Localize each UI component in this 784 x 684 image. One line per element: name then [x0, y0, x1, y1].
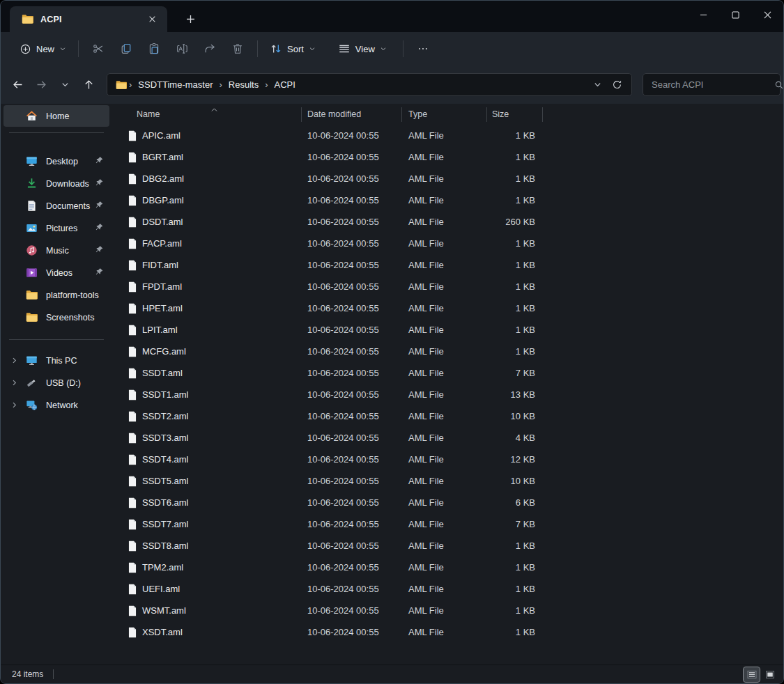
table-row[interactable]: SSDT3.aml 10-06-2024 00:55 AML File 4 KB [112, 427, 783, 449]
maximize-button[interactable] [719, 1, 751, 29]
explorer-tab[interactable]: ACPI [10, 6, 167, 32]
table-row[interactable]: DSDT.aml 10-06-2024 00:55 AML File 260 K… [112, 211, 783, 233]
sidebar-item-this-pc[interactable]: This PC [3, 350, 109, 371]
sidebar-item-pictures[interactable]: Pictures [3, 217, 109, 239]
search-box[interactable] [643, 73, 781, 96]
pin-icon[interactable] [95, 245, 104, 254]
column-divider[interactable] [301, 107, 302, 122]
table-row[interactable]: FACP.aml 10-06-2024 00:55 AML File 1 KB [112, 233, 783, 254]
column-header-name[interactable]: Name [112, 104, 301, 125]
column-divider[interactable] [542, 107, 543, 122]
chevron-right-icon[interactable] [10, 379, 18, 387]
file-date-modified: 10-06-2024 00:55 [301, 189, 401, 211]
up-button[interactable] [77, 74, 100, 96]
sidebar-item-network[interactable]: Network [3, 394, 109, 416]
sidebar-item-music[interactable]: Music [3, 240, 109, 261]
sidebar-item-videos[interactable]: Videos [3, 262, 109, 283]
table-row[interactable]: SSDT2.aml 10-06-2024 00:55 AML File 10 K… [112, 405, 783, 427]
table-row[interactable]: SSDT4.aml 10-06-2024 00:55 AML File 12 K… [112, 449, 783, 470]
table-row[interactable]: DBG2.aml 10-06-2024 00:55 AML File 1 KB [112, 168, 783, 189]
breadcrumb-segment[interactable]: ACPI [270, 77, 300, 92]
pin-icon[interactable] [95, 223, 104, 232]
sidebar-separator [9, 132, 104, 133]
table-row[interactable]: FPDT.aml 10-06-2024 00:55 AML File 1 KB [112, 276, 783, 297]
thumbnail-view-button[interactable] [762, 667, 778, 682]
new-button[interactable]: New [13, 38, 72, 60]
table-row[interactable]: SSDT1.aml 10-06-2024 00:55 AML File 13 K… [112, 384, 783, 405]
table-row[interactable]: XSDT.aml 10-06-2024 00:55 AML File 1 KB [112, 621, 783, 643]
search-input[interactable] [652, 79, 774, 90]
paste-button[interactable] [140, 37, 168, 61]
table-row[interactable]: SSDT5.aml 10-06-2024 00:55 AML File 10 K… [112, 470, 783, 492]
copy-button[interactable] [112, 37, 140, 61]
table-row[interactable]: APIC.aml 10-06-2024 00:55 AML File 1 KB [112, 125, 783, 146]
table-row[interactable]: SSDT8.aml 10-06-2024 00:55 AML File 1 KB [112, 535, 783, 557]
file-name: SSDT.aml [142, 368, 183, 378]
table-row[interactable]: HPET.aml 10-06-2024 00:55 AML File 1 KB [112, 297, 783, 319]
sidebar-item-desktop[interactable]: Desktop [3, 150, 109, 172]
column-header-type[interactable]: Type [401, 104, 486, 125]
file-name: SSDT4.aml [142, 454, 188, 465]
column-divider[interactable] [401, 107, 402, 122]
file-type: AML File [401, 276, 486, 297]
table-row[interactable]: TPM2.aml 10-06-2024 00:55 AML File 1 KB [112, 557, 783, 578]
address-bar[interactable]: › SSDTTime-master › Results › ACPI [107, 73, 632, 96]
view-button[interactable]: View [332, 38, 393, 60]
tab-close-button[interactable] [144, 11, 160, 28]
table-row[interactable]: SSDT7.aml 10-06-2024 00:55 AML File 7 KB [112, 513, 783, 535]
table-row[interactable]: MCFG.aml 10-06-2024 00:55 AML File 1 KB [112, 341, 783, 362]
file-icon [128, 476, 137, 487]
file-name: SSDT2.aml [142, 411, 188, 421]
table-row[interactable]: DBGP.aml 10-06-2024 00:55 AML File 1 KB [112, 189, 783, 211]
pin-icon[interactable] [95, 156, 104, 165]
file-size: 1 KB [486, 233, 542, 254]
cut-button[interactable] [84, 37, 112, 61]
table-row[interactable]: LPIT.aml 10-06-2024 00:55 AML File 1 KB [112, 319, 783, 341]
back-button[interactable] [6, 74, 29, 96]
file-name: SSDT7.aml [142, 519, 188, 529]
sidebar-item-documents[interactable]: Documents [3, 195, 109, 217]
breadcrumb-segment[interactable]: Results [224, 77, 263, 92]
refresh-button[interactable] [608, 76, 626, 94]
table-row[interactable]: BGRT.aml 10-06-2024 00:55 AML File 1 KB [112, 146, 783, 168]
sort-button[interactable]: Sort [263, 38, 322, 60]
table-row[interactable]: WSMT.aml 10-06-2024 00:55 AML File 1 KB [112, 600, 783, 621]
column-divider[interactable] [486, 107, 487, 122]
file-type: AML File [401, 254, 486, 276]
sidebar-item-usb-d-[interactable]: USB (D:) [3, 372, 109, 394]
close-button[interactable] [751, 1, 783, 29]
new-tab-button[interactable] [180, 9, 200, 29]
breadcrumb-segment[interactable]: SSDTTime-master [134, 77, 217, 92]
rename-button[interactable] [168, 37, 196, 61]
file-icon [128, 605, 137, 616]
file-icon [128, 130, 137, 141]
chevron-right-icon[interactable] [10, 357, 18, 364]
sidebar-item-screenshots[interactable]: Screenshots [3, 306, 109, 328]
share-button[interactable] [196, 37, 224, 61]
column-header-size[interactable]: Size [486, 104, 542, 125]
table-row[interactable]: FIDT.aml 10-06-2024 00:55 AML File 1 KB [112, 254, 783, 276]
file-date-modified: 10-06-2024 00:55 [301, 427, 401, 449]
network-icon [26, 399, 38, 411]
address-dropdown-button[interactable] [588, 76, 606, 94]
details-view-button[interactable] [744, 667, 760, 682]
file-type: AML File [401, 427, 486, 449]
pin-icon[interactable] [95, 178, 104, 187]
table-row[interactable]: SSDT6.aml 10-06-2024 00:55 AML File 6 KB [112, 492, 783, 513]
sidebar-item-platform-tools[interactable]: platform-tools [3, 284, 109, 306]
table-row[interactable]: SSDT.aml 10-06-2024 00:55 AML File 7 KB [112, 362, 783, 384]
column-header-date-modified[interactable]: Date modified [301, 104, 401, 125]
recent-locations-button[interactable] [54, 74, 76, 96]
minimize-button[interactable] [687, 1, 719, 29]
sidebar-item-downloads[interactable]: Downloads [3, 173, 109, 194]
chevron-right-icon[interactable] [10, 401, 18, 409]
forward-button[interactable] [30, 74, 52, 96]
delete-button[interactable] [224, 37, 252, 61]
sidebar-item-home[interactable]: Home [3, 105, 109, 127]
table-row[interactable]: UEFI.aml 10-06-2024 00:55 AML File 1 KB [112, 578, 783, 600]
more-options-button[interactable] [409, 37, 437, 61]
pin-icon[interactable] [95, 267, 104, 277]
file-date-modified: 10-06-2024 00:55 [301, 168, 401, 189]
file-icon [128, 346, 137, 357]
pin-icon[interactable] [95, 201, 104, 210]
